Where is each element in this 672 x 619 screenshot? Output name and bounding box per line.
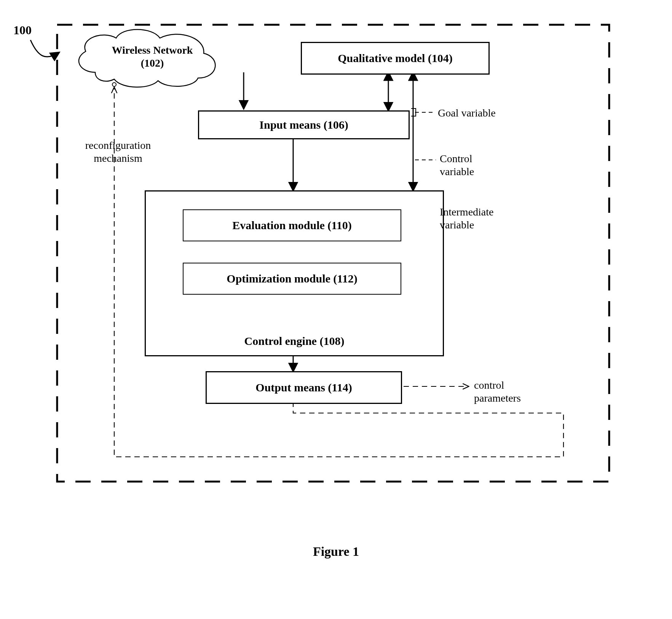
wireless-network-cloud-label: Wireless Network (102) [107, 44, 198, 69]
output-means-label: Output means (114) [255, 381, 352, 394]
input-means-box: Input means (106) [198, 110, 410, 139]
cloud-line1: Wireless Network [112, 44, 193, 56]
goal-variable-label: Goal variable [438, 107, 496, 120]
intermediate-variable-label: Intermediate variable [440, 206, 493, 231]
control-engine-label: Control engine (108) [244, 335, 345, 348]
optimization-module-label: Optimization module (112) [227, 272, 357, 285]
evaluation-module-box: Evaluation module (110) [183, 209, 401, 241]
control-variable-label: Control variable [440, 152, 474, 178]
cloud-line2: (102) [141, 57, 164, 69]
reconfiguration-mechanism-label: reconfiguration mechanism [76, 139, 160, 164]
qualitative-model-box: Qualitative model (104) [301, 42, 490, 75]
optimization-module-box: Optimization module (112) [183, 263, 401, 295]
diagram-id-label: 100 [13, 23, 32, 37]
control-parameters-label: control parameters [474, 379, 521, 404]
input-means-label: Input means (106) [259, 118, 348, 131]
figure-caption: Figure 1 [0, 544, 672, 559]
svg-point-1 [112, 83, 116, 86]
output-means-box: Output means (114) [206, 371, 402, 404]
qualitative-model-label: Qualitative model (104) [338, 52, 453, 65]
diagram-canvas: 100 Wireless Network (102) Qualitative m… [0, 0, 672, 619]
evaluation-module-label: Evaluation module (110) [232, 219, 351, 232]
